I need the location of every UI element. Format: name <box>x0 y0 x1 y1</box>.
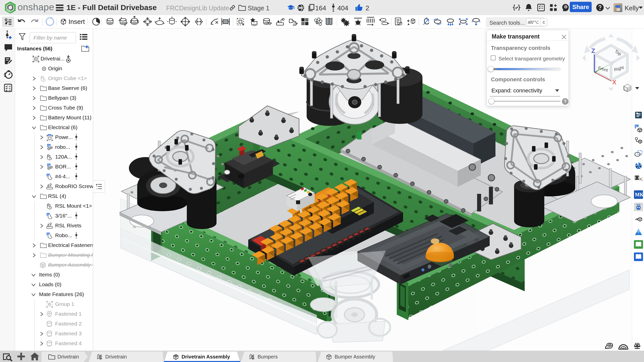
svg-text:Z: Z <box>591 47 595 54</box>
svg-text:x): x) <box>639 176 642 181</box>
svg-text:Insert: Insert <box>68 18 85 25</box>
svg-text:MK: MK <box>635 192 643 197</box>
svg-text:Y: Y <box>611 60 614 66</box>
svg-text:X: X <box>612 79 616 86</box>
